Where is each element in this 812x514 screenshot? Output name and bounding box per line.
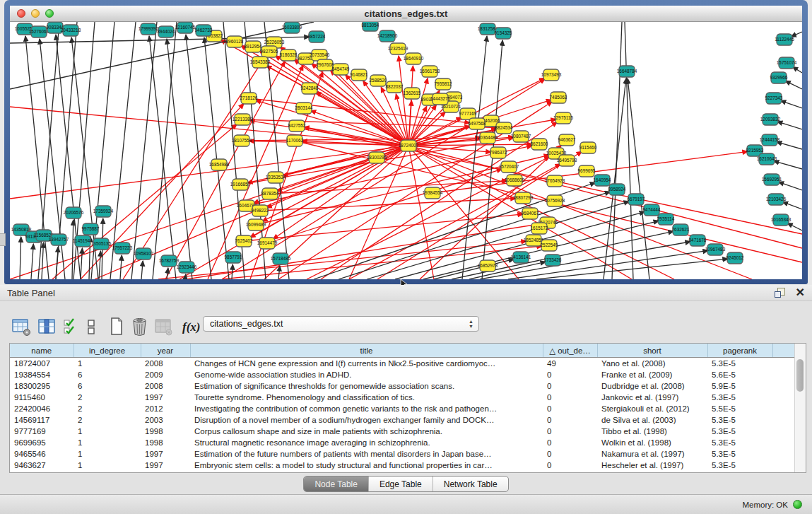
status-bar: Memory: OK <box>0 494 812 514</box>
network-graph[interactable]: 1872400776638228960128891295425226053982… <box>10 22 802 279</box>
graph-node-label: 8427552 <box>288 123 306 128</box>
close-panel-icon[interactable]: ✕ <box>796 288 805 298</box>
merge-rows-icon[interactable] <box>87 317 96 337</box>
graph-node-label: 15718485 <box>271 256 291 261</box>
graph-node-label: 16961758 <box>420 69 440 74</box>
graph-node-label: 9115460 <box>579 145 597 150</box>
network-canvas[interactable]: 1872400776638228960128891295425226053982… <box>10 22 802 279</box>
network-window-titlebar[interactable]: citations_edges.txt <box>10 6 802 22</box>
attribute-table[interactable]: namein_degreeyeartitle△ out_de…shortpage… <box>10 344 796 471</box>
float-panel-icon[interactable] <box>775 288 786 298</box>
graph-node-label: 1640954 <box>594 177 611 182</box>
graph-node-label: 17999392 <box>139 26 159 31</box>
network-table-select[interactable]: citations_edges.txt ▲▼ <box>203 316 479 332</box>
column-header-name[interactable]: name <box>10 344 73 358</box>
table-row[interactable]: 2242004622012Investigating the contribut… <box>10 403 796 414</box>
graph-node-label: 2935114 <box>657 216 675 221</box>
graph-node-label: 9827505 <box>261 49 278 54</box>
network-table-select-value: citations_edges.txt <box>210 319 283 329</box>
table-row[interactable]: 1830029562008Estimation of significance … <box>10 380 796 392</box>
graph-node-label: 11122445 <box>775 37 794 42</box>
graph-node-label: 14218906 <box>377 33 398 38</box>
graph-node-label: 1733426 <box>544 257 562 262</box>
graph-node-label: 8813054 <box>362 23 379 28</box>
table-row[interactable]: 1872400712008Changes of HCN gene express… <box>10 358 796 370</box>
table-header-row[interactable]: namein_degreeyeartitle△ out_de…shortpage… <box>10 344 796 358</box>
graph-node-label: 8454749 <box>332 66 350 71</box>
node-layer: 1872400776638228960128891295425226053982… <box>11 22 797 273</box>
show-columns-icon[interactable] <box>37 317 57 337</box>
graph-node-label: 16210643 <box>757 156 777 161</box>
table-row[interactable]: 969969511998Structural magnetic resonanc… <box>10 437 796 448</box>
graph-node-label: 17957223 <box>112 245 133 250</box>
graph-node-label: 9684067 <box>522 211 539 216</box>
graph-node-label: 10967483 <box>705 247 726 252</box>
graph-node-label: 2522549 <box>541 243 558 247</box>
table-row[interactable]: 946362711997Embryonic stem cells: a mode… <box>10 460 796 471</box>
table-row[interactable]: 1456911722003Disruption of a novel membe… <box>10 414 796 426</box>
graph-node-label: 10807487 <box>511 134 531 139</box>
network-window-title: citations_edges.txt <box>10 8 802 19</box>
graph-node-label: 9242848 <box>301 86 319 90</box>
graph-node-label: 9245012 <box>726 255 744 260</box>
graph-node-label: 19166857 <box>230 182 251 187</box>
graph-node-label: 8621600 <box>531 141 548 146</box>
function-builder-icon[interactable]: f(x) <box>182 317 200 337</box>
graph-node-label: 8960128 <box>226 39 244 44</box>
column-header-in_degree[interactable]: in_degree <box>73 344 141 358</box>
graph-node-label: 14443275 <box>430 96 451 101</box>
graph-node-label: 10756928 <box>545 198 565 203</box>
column-header-out_de…[interactable]: △ out_de… <box>543 344 597 358</box>
tab-edge-table[interactable]: Edge Table <box>368 477 433 491</box>
column-header-title[interactable]: title <box>190 344 543 358</box>
graph-node-label: 15692951 <box>762 177 782 182</box>
graph-node-label: 12923446 <box>177 264 197 269</box>
graph-node-label: 8186328 <box>280 52 298 57</box>
graph-node-label: 20206576 <box>64 210 84 215</box>
network-view-window: citations_edges.txt 18724007766382289601… <box>4 0 808 284</box>
import-table-disabled-icon <box>154 317 172 337</box>
table-row[interactable]: 946554611997Estimation of the future num… <box>10 448 796 460</box>
table-row[interactable]: 911546021997Tourette syndrome. Phenomeno… <box>10 392 796 403</box>
column-header-year[interactable]: year <box>141 344 190 358</box>
graph-node-label: 2803144 <box>295 105 313 110</box>
graph-node-label: 8944024 <box>158 29 175 34</box>
graph-node-label: 16543382 <box>250 59 271 64</box>
table-vertical-scrollbar[interactable] <box>794 344 806 472</box>
table-settings-icon[interactable] <box>11 317 32 337</box>
graph-node-label: 1615172 <box>531 226 548 230</box>
graph-node-label: 9463627 <box>558 137 576 142</box>
graph-node-label: 7625402 <box>235 238 253 243</box>
graph-node-label: 9498222 <box>252 208 269 213</box>
tab-node-table[interactable]: Node Table <box>304 477 368 491</box>
table-row[interactable]: 1938455462009Genome-wide association stu… <box>10 369 796 380</box>
graph-node-label: 11451944 <box>73 238 93 243</box>
new-table-icon[interactable] <box>110 317 124 337</box>
select-rows-icon[interactable] <box>64 317 76 337</box>
graph-node-label: 20364486 <box>478 135 498 140</box>
graph-node-label: 17654923 <box>545 178 565 183</box>
graph-node-label: 16099489 <box>246 222 266 227</box>
graph-node-label: 9146821 <box>351 72 368 77</box>
scrollbar-thumb[interactable] <box>796 359 804 392</box>
delete-table-icon[interactable] <box>131 317 148 337</box>
panel-splitter-notch[interactable] <box>0 233 6 246</box>
graph-node-label: 18107554 <box>232 138 252 143</box>
graph-node-label: 18724007 <box>399 143 419 148</box>
graph-node-label: 20733546 <box>310 52 330 57</box>
column-header-pagerank[interactable]: pagerank <box>707 344 772 358</box>
graph-node-label: 7986372 <box>490 150 507 155</box>
graph-node-label: 9699695 <box>578 168 596 173</box>
tab-network-table[interactable]: Network Table <box>433 477 508 491</box>
graph-node-label: 13942757 <box>49 237 69 242</box>
graph-node-label: 6497568 <box>469 121 486 126</box>
column-header-short[interactable]: short <box>597 344 707 358</box>
graph-node-label: 10958107 <box>134 251 154 256</box>
graph-node-label: 8822037 <box>386 84 404 89</box>
table-row[interactable]: 977716911998Corpus callosum shape and si… <box>10 426 796 437</box>
graph-node-label: 16852978 <box>478 263 498 268</box>
graph-node-label: 20433218 <box>61 28 81 33</box>
memory-ok-led-icon[interactable] <box>793 500 802 509</box>
graph-node-label: 25226053 <box>264 40 285 45</box>
graph-node-label: 13353534 <box>266 175 286 180</box>
